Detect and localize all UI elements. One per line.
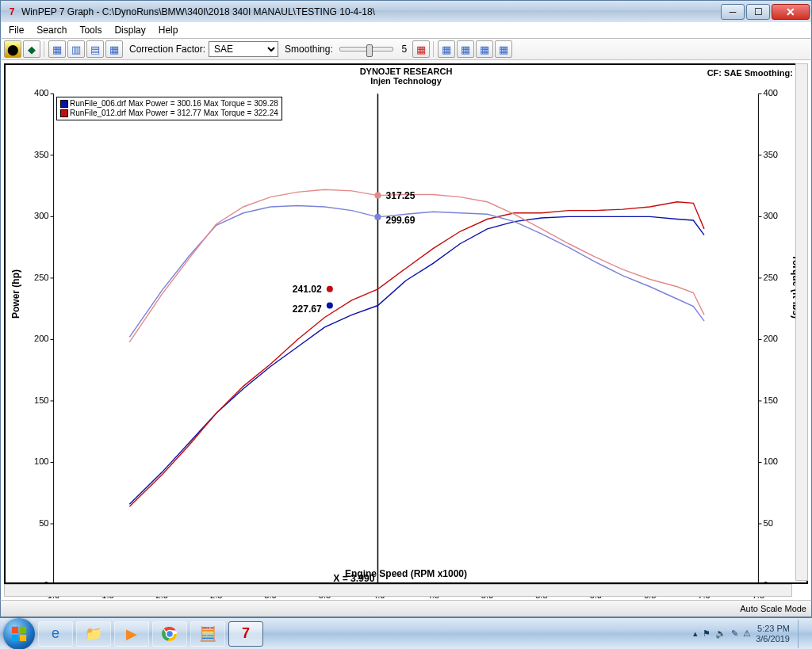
titlebar: 7 WinPEP 7 Graph - C:\DynoRuns\BMW\340I\… bbox=[0, 0, 812, 22]
menu-display[interactable]: Display bbox=[109, 24, 150, 36]
smoothing-label: Smoothing: bbox=[285, 44, 333, 55]
svg-text:227.67: 227.67 bbox=[293, 304, 322, 315]
svg-text:50: 50 bbox=[763, 518, 772, 528]
tray-pen-icon[interactable]: ✎ bbox=[731, 628, 738, 639]
svg-text:50: 50 bbox=[39, 518, 48, 528]
tray-volume-icon[interactable]: 🔈 bbox=[715, 628, 726, 639]
task-winpep[interactable]: 7 bbox=[228, 621, 263, 647]
task-chrome[interactable] bbox=[152, 621, 187, 647]
toolbar-btn-2[interactable]: ◆ bbox=[23, 40, 40, 58]
tray-up-icon[interactable]: ▴ bbox=[693, 628, 698, 639]
app-icon: 7 bbox=[6, 6, 18, 18]
chart: DYNOJET RESEARCH Injen Technology CF: SA… bbox=[4, 63, 808, 584]
svg-text:200: 200 bbox=[34, 334, 49, 343]
svg-text:150: 150 bbox=[763, 395, 778, 405]
status-mode: Auto Scale Mode bbox=[740, 604, 806, 613]
tray-date: 3/6/2019 bbox=[756, 634, 790, 643]
svg-point-75 bbox=[327, 302, 333, 308]
svg-rect-79 bbox=[12, 634, 18, 640]
toolbar-grid-6[interactable]: ▦ bbox=[457, 40, 474, 58]
scrollbar-horizontal[interactable] bbox=[4, 584, 792, 597]
svg-text:300: 300 bbox=[34, 211, 49, 220]
toolbar-sep bbox=[44, 41, 45, 57]
tray-time: 5:23 PM bbox=[756, 624, 790, 633]
content-area: DYNOJET RESEARCH Injen Technology CF: SA… bbox=[0, 60, 812, 600]
menu-help[interactable]: Help bbox=[154, 24, 183, 36]
windows-logo-icon bbox=[10, 625, 28, 643]
chart-canvas[interactable]: 0050501001001501502002002502503003003503… bbox=[6, 65, 806, 600]
svg-text:250: 250 bbox=[34, 273, 49, 282]
close-button[interactable]: ✕ bbox=[772, 4, 810, 20]
svg-text:350: 350 bbox=[763, 150, 778, 159]
window-title: WinPEP 7 Graph - C:\DynoRuns\BMW\340I\20… bbox=[21, 6, 719, 17]
svg-rect-80 bbox=[20, 634, 26, 640]
svg-text:317.25: 317.25 bbox=[386, 190, 416, 201]
toolbar: ⬤ ◆ ▦ ▥ ▤ ▦ Correction Factor: SAE Smoot… bbox=[0, 38, 812, 60]
minimize-button[interactable]: ─ bbox=[721, 4, 745, 20]
toolbar-grid-7[interactable]: ▦ bbox=[476, 40, 493, 58]
svg-text:299.69: 299.69 bbox=[386, 215, 416, 226]
smoothing-slider[interactable] bbox=[339, 47, 393, 52]
menu-search[interactable]: Search bbox=[32, 24, 71, 36]
svg-point-73 bbox=[327, 286, 333, 292]
svg-text:200: 200 bbox=[763, 334, 778, 343]
show-desktop-button[interactable] bbox=[798, 620, 806, 648]
svg-text:241.02: 241.02 bbox=[293, 284, 322, 295]
system-tray: ▴ ⚑ 🔈 ✎ ⚠ 5:23 PM 3/6/2019 bbox=[693, 620, 809, 648]
tray-network-icon[interactable]: ⚠ bbox=[743, 628, 751, 639]
toolbar-sep2 bbox=[433, 41, 435, 57]
taskbar: e 📁 ▶ 🧮 7 ▴ ⚑ 🔈 ✎ ⚠ 5:23 PM 3/6/2019 bbox=[0, 617, 812, 649]
toolbar-grid-5[interactable]: ▦ bbox=[438, 40, 455, 58]
smoothing-value: 5 bbox=[398, 44, 411, 55]
cf-select[interactable]: SAE bbox=[209, 41, 278, 57]
svg-rect-78 bbox=[20, 626, 26, 632]
task-explorer[interactable]: 📁 bbox=[76, 621, 111, 647]
cf-label: Correction Factor: bbox=[129, 44, 205, 55]
toolbar-btn-1[interactable]: ⬤ bbox=[4, 40, 21, 58]
statusbar: Auto Scale Mode bbox=[0, 600, 812, 617]
svg-point-69 bbox=[374, 193, 381, 199]
menu-file[interactable]: File bbox=[4, 24, 29, 36]
tray-flag-icon[interactable]: ⚑ bbox=[703, 628, 710, 639]
x-axis-label: Engine Speed (RPM x1000) bbox=[6, 568, 806, 579]
svg-text:350: 350 bbox=[34, 150, 49, 159]
start-button[interactable] bbox=[3, 618, 35, 650]
svg-point-71 bbox=[374, 214, 381, 220]
menubar: File Search Tools Display Help bbox=[0, 22, 812, 38]
svg-text:400: 400 bbox=[763, 88, 778, 97]
maximize-button[interactable]: ☐ bbox=[746, 4, 770, 20]
svg-point-82 bbox=[167, 630, 174, 637]
toolbar-clear-btn[interactable]: ▦ bbox=[412, 40, 430, 58]
svg-text:150: 150 bbox=[34, 395, 49, 405]
svg-text:250: 250 bbox=[763, 273, 778, 282]
toolbar-grid-8[interactable]: ▦ bbox=[495, 40, 512, 58]
y-axis-left-label: Power (hp) bbox=[10, 269, 21, 319]
toolbar-grid-1[interactable]: ▦ bbox=[48, 40, 66, 58]
svg-text:400: 400 bbox=[34, 88, 49, 97]
svg-text:300: 300 bbox=[763, 211, 778, 220]
task-calc[interactable]: 🧮 bbox=[190, 621, 225, 647]
svg-text:100: 100 bbox=[34, 456, 49, 466]
chrome-icon bbox=[162, 626, 178, 642]
scrollbar-vertical[interactable] bbox=[795, 63, 808, 581]
task-mediaplayer[interactable]: ▶ bbox=[114, 621, 149, 647]
svg-rect-77 bbox=[12, 626, 18, 632]
menu-tools[interactable]: Tools bbox=[75, 24, 106, 36]
toolbar-grid-3[interactable]: ▤ bbox=[86, 40, 104, 58]
tray-clock[interactable]: 5:23 PM 3/6/2019 bbox=[756, 624, 790, 643]
svg-text:100: 100 bbox=[763, 456, 778, 466]
task-ie[interactable]: e bbox=[38, 621, 73, 647]
toolbar-grid-4[interactable]: ▦ bbox=[105, 40, 123, 58]
toolbar-grid-2[interactable]: ▥ bbox=[67, 40, 85, 58]
